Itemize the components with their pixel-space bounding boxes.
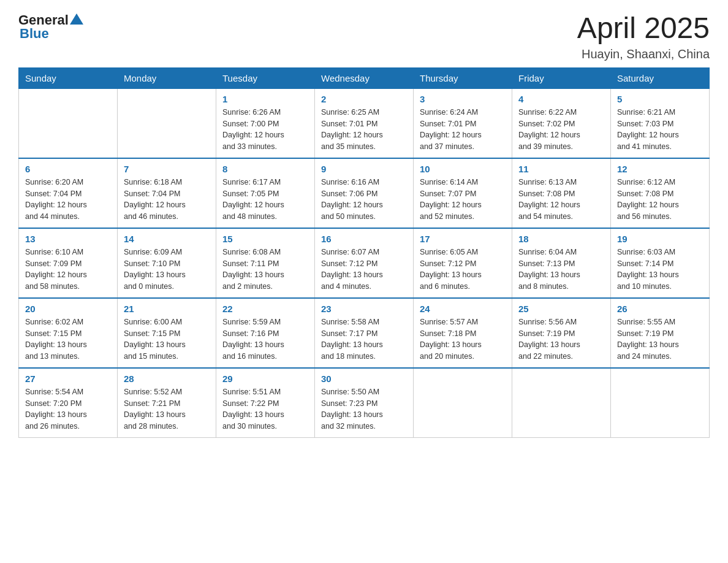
day-number: 5 [617,94,703,104]
day-info: Sunrise: 6:04 AM Sunset: 7:13 PM Dayligh… [518,247,604,293]
weekday-header-sunday: Sunday [19,67,118,88]
day-number: 29 [222,373,308,384]
calendar-cell: 21Sunrise: 6:00 AM Sunset: 7:15 PM Dayli… [118,298,216,368]
day-info: Sunrise: 5:56 AM Sunset: 7:19 PM Dayligh… [518,316,604,362]
location-subtitle: Huayin, Shaanxi, China [577,47,710,61]
calendar-cell: 20Sunrise: 6:02 AM Sunset: 7:15 PM Dayli… [19,298,118,368]
weekday-header-thursday: Thursday [414,67,512,88]
day-number: 30 [321,373,407,384]
day-info: Sunrise: 6:09 AM Sunset: 7:10 PM Dayligh… [124,247,210,293]
day-info: Sunrise: 5:50 AM Sunset: 7:23 PM Dayligh… [321,386,407,432]
day-info: Sunrise: 6:21 AM Sunset: 7:03 PM Dayligh… [617,107,703,153]
calendar-cell: 8Sunrise: 6:17 AM Sunset: 7:05 PM Daylig… [216,158,315,228]
day-info: Sunrise: 6:18 AM Sunset: 7:04 PM Dayligh… [124,177,210,223]
calendar-week-row: 1Sunrise: 6:26 AM Sunset: 7:00 PM Daylig… [19,88,710,158]
calendar-week-row: 6Sunrise: 6:20 AM Sunset: 7:04 PM Daylig… [19,158,710,228]
calendar-cell: 25Sunrise: 5:56 AM Sunset: 7:19 PM Dayli… [512,298,611,368]
calendar-cell: 26Sunrise: 5:55 AM Sunset: 7:19 PM Dayli… [611,298,710,368]
calendar-cell: 12Sunrise: 6:12 AM Sunset: 7:08 PM Dayli… [611,158,710,228]
day-info: Sunrise: 6:26 AM Sunset: 7:00 PM Dayligh… [222,107,308,153]
calendar-cell: 2Sunrise: 6:25 AM Sunset: 7:01 PM Daylig… [315,88,414,158]
day-number: 12 [617,164,703,174]
calendar-header-row: SundayMondayTuesdayWednesdayThursdayFrid… [19,67,710,88]
calendar-cell: 28Sunrise: 5:52 AM Sunset: 7:21 PM Dayli… [118,368,216,438]
day-info: Sunrise: 6:02 AM Sunset: 7:15 PM Dayligh… [25,316,111,362]
logo-triangle-icon [70,12,83,26]
calendar-cell: 14Sunrise: 6:09 AM Sunset: 7:10 PM Dayli… [118,228,216,298]
title-section: April 2025 Huayin, Shaanxi, China [577,12,710,61]
weekday-header-wednesday: Wednesday [315,67,414,88]
svg-marker-0 [70,13,83,25]
day-number: 8 [222,164,308,174]
day-info: Sunrise: 5:57 AM Sunset: 7:18 PM Dayligh… [420,316,506,362]
day-number: 4 [518,94,604,104]
calendar-cell: 22Sunrise: 5:59 AM Sunset: 7:16 PM Dayli… [216,298,315,368]
calendar-cell: 16Sunrise: 6:07 AM Sunset: 7:12 PM Dayli… [315,228,414,298]
day-info: Sunrise: 5:58 AM Sunset: 7:17 PM Dayligh… [321,316,407,362]
calendar-cell: 13Sunrise: 6:10 AM Sunset: 7:09 PM Dayli… [19,228,118,298]
day-number: 6 [25,164,111,174]
day-number: 1 [222,94,308,104]
day-info: Sunrise: 6:24 AM Sunset: 7:01 PM Dayligh… [420,107,506,153]
calendar-cell: 19Sunrise: 6:03 AM Sunset: 7:14 PM Dayli… [611,228,710,298]
day-number: 9 [321,164,407,174]
day-number: 23 [321,304,407,314]
calendar-cell: 30Sunrise: 5:50 AM Sunset: 7:23 PM Dayli… [315,368,414,438]
calendar-cell: 5Sunrise: 6:21 AM Sunset: 7:03 PM Daylig… [611,88,710,158]
calendar-cell: 7Sunrise: 6:18 AM Sunset: 7:04 PM Daylig… [118,158,216,228]
logo: General Blue [18,12,83,42]
day-number: 20 [25,304,111,314]
day-number: 14 [124,234,210,244]
calendar-week-row: 20Sunrise: 6:02 AM Sunset: 7:15 PM Dayli… [19,298,710,368]
day-number: 2 [321,94,407,104]
calendar-week-row: 13Sunrise: 6:10 AM Sunset: 7:09 PM Dayli… [19,228,710,298]
calendar-cell: 17Sunrise: 6:05 AM Sunset: 7:12 PM Dayli… [414,228,512,298]
day-info: Sunrise: 6:13 AM Sunset: 7:08 PM Dayligh… [518,177,604,223]
day-info: Sunrise: 5:52 AM Sunset: 7:21 PM Dayligh… [124,386,210,432]
calendar-cell: 1Sunrise: 6:26 AM Sunset: 7:00 PM Daylig… [216,88,315,158]
day-number: 27 [25,373,111,384]
calendar-cell: 24Sunrise: 5:57 AM Sunset: 7:18 PM Dayli… [414,298,512,368]
day-number: 11 [518,164,604,174]
calendar-table: SundayMondayTuesdayWednesdayThursdayFrid… [18,67,710,438]
calendar-cell: 9Sunrise: 6:16 AM Sunset: 7:06 PM Daylig… [315,158,414,228]
weekday-header-tuesday: Tuesday [216,67,315,88]
month-year-title: April 2025 [577,12,710,45]
calendar-cell: 6Sunrise: 6:20 AM Sunset: 7:04 PM Daylig… [19,158,118,228]
calendar-cell [611,368,710,438]
day-info: Sunrise: 6:14 AM Sunset: 7:07 PM Dayligh… [420,177,506,223]
day-number: 19 [617,234,703,244]
day-info: Sunrise: 6:20 AM Sunset: 7:04 PM Dayligh… [25,177,111,223]
day-info: Sunrise: 6:25 AM Sunset: 7:01 PM Dayligh… [321,107,407,153]
weekday-header-monday: Monday [118,67,216,88]
calendar-cell: 10Sunrise: 6:14 AM Sunset: 7:07 PM Dayli… [414,158,512,228]
calendar-cell: 15Sunrise: 6:08 AM Sunset: 7:11 PM Dayli… [216,228,315,298]
weekday-header-friday: Friday [512,67,611,88]
day-number: 15 [222,234,308,244]
day-info: Sunrise: 5:55 AM Sunset: 7:19 PM Dayligh… [617,316,703,362]
logo-blue-text: Blue [20,26,49,42]
day-info: Sunrise: 6:22 AM Sunset: 7:02 PM Dayligh… [518,107,604,153]
calendar-cell [118,88,216,158]
day-number: 16 [321,234,407,244]
day-info: Sunrise: 6:07 AM Sunset: 7:12 PM Dayligh… [321,247,407,293]
day-number: 24 [420,304,506,314]
day-info: Sunrise: 6:10 AM Sunset: 7:09 PM Dayligh… [25,247,111,293]
calendar-cell [19,88,118,158]
day-number: 22 [222,304,308,314]
day-info: Sunrise: 5:54 AM Sunset: 7:20 PM Dayligh… [25,386,111,432]
day-number: 13 [25,234,111,244]
day-number: 7 [124,164,210,174]
calendar-cell [512,368,611,438]
day-number: 28 [124,373,210,384]
page-header: General Blue April 2025 Huayin, Shaanxi,… [18,12,710,61]
calendar-cell: 23Sunrise: 5:58 AM Sunset: 7:17 PM Dayli… [315,298,414,368]
day-number: 18 [518,234,604,244]
calendar-cell: 29Sunrise: 5:51 AM Sunset: 7:22 PM Dayli… [216,368,315,438]
calendar-cell: 11Sunrise: 6:13 AM Sunset: 7:08 PM Dayli… [512,158,611,228]
day-number: 26 [617,304,703,314]
day-info: Sunrise: 5:59 AM Sunset: 7:16 PM Dayligh… [222,316,308,362]
calendar-cell: 4Sunrise: 6:22 AM Sunset: 7:02 PM Daylig… [512,88,611,158]
day-info: Sunrise: 6:16 AM Sunset: 7:06 PM Dayligh… [321,177,407,223]
calendar-cell: 3Sunrise: 6:24 AM Sunset: 7:01 PM Daylig… [414,88,512,158]
